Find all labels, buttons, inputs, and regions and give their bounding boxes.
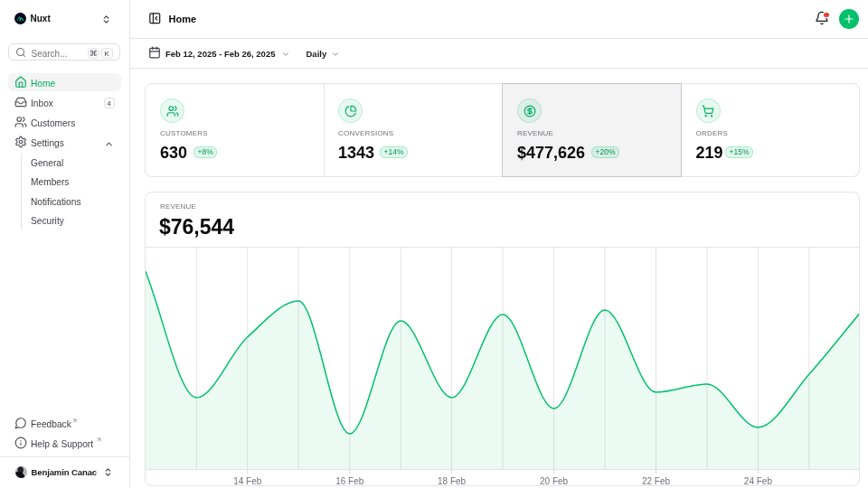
svg-text:18 Feb: 18 Feb <box>438 476 467 486</box>
svg-text:22 Feb: 22 Feb <box>642 476 671 486</box>
svg-text:14 Feb: 14 Feb <box>233 476 262 486</box>
svg-text:20 Feb: 20 Feb <box>540 476 569 486</box>
svg-text:24 Feb: 24 Feb <box>744 476 773 486</box>
svg-text:16 Feb: 16 Feb <box>335 476 364 486</box>
